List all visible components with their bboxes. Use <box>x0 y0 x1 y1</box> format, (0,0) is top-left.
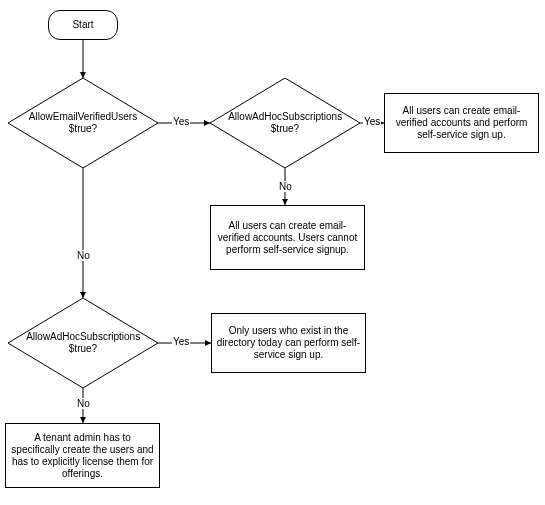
decision-allow-adhoc-bottom: AllowAdHocSubscriptions $true? <box>8 298 158 388</box>
outcome-1-label: All users can create email-verified acco… <box>389 105 534 141</box>
outcome-no-self-service: All users can create email-verified acco… <box>210 205 365 270</box>
decision-3-label: AllowAdHocSubscriptions $true? <box>26 331 140 355</box>
outcome-4-label: A tenant admin has to specifically creat… <box>10 432 155 480</box>
decision-1-label: AllowEmailVerifiedUsers $true? <box>26 111 140 135</box>
start-label: Start <box>72 19 93 31</box>
decision-allow-email-verified: AllowEmailVerifiedUsers $true? <box>8 78 158 168</box>
edge-d1-yes: Yes <box>172 116 190 127</box>
start-node: Start <box>48 10 118 40</box>
outcome-all-users-signup: All users can create email-verified acco… <box>384 93 539 153</box>
edge-d2-no: No <box>278 181 293 192</box>
edge-d3-yes: Yes <box>172 336 190 347</box>
decision-2-label: AllowAdHocSubscriptions $true? <box>228 111 342 135</box>
decision-allow-adhoc-top: AllowAdHocSubscriptions $true? <box>210 78 360 168</box>
edge-d3-no: No <box>76 398 91 409</box>
edge-d2-yes: Yes <box>363 116 381 127</box>
outcome-existing-users-only: Only users who exist in the directory to… <box>211 313 366 373</box>
outcome-3-label: Only users who exist in the directory to… <box>216 325 361 361</box>
outcome-tenant-admin: A tenant admin has to specifically creat… <box>5 423 160 488</box>
edge-d1-no: No <box>76 250 91 261</box>
outcome-2-label: All users can create email-verified acco… <box>215 220 360 256</box>
